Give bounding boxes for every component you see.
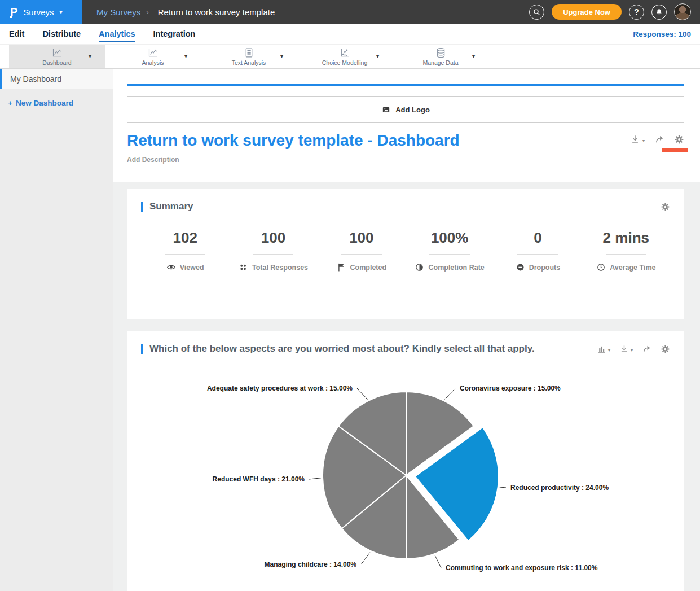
toolbar-item-label: Manage Data <box>422 59 458 66</box>
questionpro-logo-icon: P <box>10 6 17 17</box>
toolbar-item-text-analysis[interactable]: Text Analysis▾ <box>201 45 297 68</box>
stat-viewed: 102Viewed <box>141 229 229 272</box>
dashboard-actions: ▾ <box>630 131 684 145</box>
chevron-down-icon[interactable]: ▾ <box>89 53 91 59</box>
responses-count[interactable]: Responses: 100 <box>633 30 691 38</box>
scatter-icon <box>339 47 351 59</box>
help-icon: ? <box>634 7 639 16</box>
dashboard-main: Add Logo Return to work survey template … <box>113 69 700 591</box>
plus-icon: + <box>8 99 12 107</box>
sidebar-item-my-dashboard[interactable]: My Dashboard <box>0 69 113 89</box>
divider <box>429 254 470 255</box>
divider <box>341 254 382 255</box>
pie-leader-line <box>357 388 367 399</box>
stat-value: 2 mins <box>582 229 670 246</box>
chevron-down-icon[interactable]: ▾ <box>642 138 645 143</box>
stat-label: Dropouts <box>529 264 561 272</box>
tab-edit[interactable]: Edit <box>9 26 24 42</box>
divider <box>165 254 205 255</box>
settings-highlight-underline <box>662 148 688 152</box>
stat-value: 100 <box>318 229 406 246</box>
accent-bar <box>141 344 143 354</box>
pie-label: Adequate safety procedures at work : 15.… <box>207 384 353 392</box>
toolbar-item-dashboard[interactable]: Dashboard▾ <box>9 45 105 68</box>
stat-value: 102 <box>141 229 229 246</box>
stat-value: 0 <box>494 229 582 246</box>
help-button[interactable]: ? <box>629 5 644 20</box>
divider <box>517 254 558 255</box>
share-icon[interactable] <box>642 344 651 354</box>
pie-leader-line <box>435 555 441 568</box>
chevron-down-icon[interactable]: ▾ <box>280 53 283 59</box>
gear-icon[interactable] <box>661 344 670 354</box>
minus-circle-icon <box>516 262 525 272</box>
stat-total-responses: 100Total Responses <box>229 229 317 272</box>
breadcrumb-my-surveys[interactable]: My Surveys <box>96 7 140 17</box>
pie-leader-line <box>445 388 455 399</box>
pie-label: Reduced WFH days : 21.00% <box>213 475 305 483</box>
add-description-button[interactable]: Add Description <box>127 156 700 164</box>
toolbar-item-label: Dashboard <box>42 59 71 66</box>
survey-nav: EditDistributeAnalyticsIntegration Respo… <box>0 24 700 44</box>
stat-label: Completion Rate <box>428 264 484 272</box>
survey-nav-tabs: EditDistributeAnalyticsIntegration <box>9 26 195 42</box>
line-chart-icon <box>147 47 159 59</box>
gear-icon[interactable] <box>661 202 670 212</box>
add-logo-label: Add Logo <box>395 106 430 114</box>
pie-label: Coronavirus exposure : 15.00% <box>460 384 561 392</box>
chevron-down-icon[interactable]: ▾ <box>608 348 610 353</box>
toolbar-item-label: Text Analysis <box>232 59 266 66</box>
line-chart-icon <box>51 47 63 59</box>
summary-heading: Summary <box>149 201 193 212</box>
product-switcher[interactable]: P Surveys ▾ <box>0 0 82 24</box>
stat-completion-rate: 100%Completion Rate <box>406 229 494 272</box>
divider <box>253 254 293 255</box>
toolbar-item-manage-data[interactable]: Manage Data▾ <box>393 45 488 68</box>
clock-icon <box>596 262 606 272</box>
search-icon <box>532 8 541 16</box>
stat-label: Average Time <box>610 264 655 272</box>
stat-value: 100 <box>229 229 317 246</box>
toolbar-item-choice-modelling[interactable]: Choice Modelling▾ <box>297 45 393 68</box>
tab-integration[interactable]: Integration <box>153 26 196 42</box>
add-logo-button[interactable]: Add Logo <box>127 96 684 123</box>
search-button[interactable] <box>529 5 544 20</box>
chart-type-icon[interactable] <box>597 344 606 354</box>
toolbar-item-label: Analysis <box>142 59 164 66</box>
divider <box>606 254 646 255</box>
share-icon[interactable] <box>654 134 664 145</box>
download-icon[interactable] <box>630 134 640 145</box>
notifications-button[interactable] <box>651 5 667 20</box>
chevron-down-icon[interactable]: ▾ <box>472 53 475 59</box>
page-title[interactable]: Return to work survey template - Dashboa… <box>127 131 460 150</box>
toolbar-item-analysis[interactable]: Analysis▾ <box>105 45 201 68</box>
stat-dropouts: 0Dropouts <box>494 229 582 272</box>
stat-label: Total Responses <box>252 264 308 272</box>
new-dashboard-button[interactable]: + New Dashboard <box>0 99 113 107</box>
dots-icon <box>239 262 248 272</box>
analytics-toolbar: Dashboard▾Analysis▾Text Analysis▾Choice … <box>0 44 700 69</box>
image-icon <box>381 105 391 115</box>
summary-card: Summary 102Viewed100Total Responses100Co… <box>127 189 684 319</box>
user-avatar[interactable] <box>674 3 691 20</box>
gear-icon[interactable] <box>674 134 684 145</box>
half-circle-icon <box>415 262 424 272</box>
breadcrumb-separator: › <box>146 8 148 16</box>
chevron-down-icon[interactable]: ▾ <box>184 53 187 59</box>
eye-icon <box>166 262 176 272</box>
upgrade-now-button[interactable]: Upgrade Now <box>552 4 622 20</box>
toolbar-item-label: Choice Modelling <box>322 59 368 66</box>
breadcrumb: My Surveys › Return to work survey templ… <box>96 7 275 17</box>
tab-distribute[interactable]: Distribute <box>42 26 81 42</box>
pie-leader-line <box>361 553 370 564</box>
chevron-down-icon[interactable]: ▾ <box>631 348 633 353</box>
chevron-down-icon[interactable]: ▾ <box>376 53 379 59</box>
download-icon[interactable] <box>619 344 629 354</box>
tab-analytics[interactable]: Analytics <box>99 26 135 42</box>
product-name: Surveys <box>23 7 54 17</box>
dashboard-header-section: Add Logo Return to work survey template … <box>113 69 700 182</box>
pie-label: Commuting to work and exposure risk : 11… <box>446 564 598 572</box>
breadcrumb-current-survey: Return to work survey template <box>158 7 275 17</box>
pie-leader-line <box>500 487 506 488</box>
dashboard-sidebar: My Dashboard + New Dashboard <box>0 69 113 591</box>
